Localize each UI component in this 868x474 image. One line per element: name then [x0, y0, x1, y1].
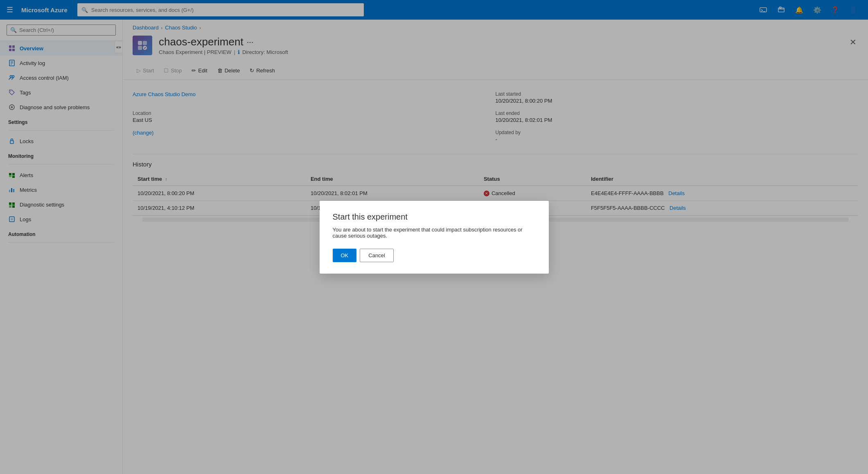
start-experiment-dialog: Start this experiment You are about to s… [320, 201, 549, 274]
dialog-message: You are about to start the experiment th… [333, 227, 536, 239]
dialog-buttons: OK Cancel [333, 249, 536, 262]
dialog-cancel-button[interactable]: Cancel [360, 249, 393, 262]
dialog-overlay: Start this experiment You are about to s… [0, 0, 868, 474]
dialog-ok-button[interactable]: OK [333, 249, 357, 262]
dialog-title: Start this experiment [333, 212, 536, 222]
